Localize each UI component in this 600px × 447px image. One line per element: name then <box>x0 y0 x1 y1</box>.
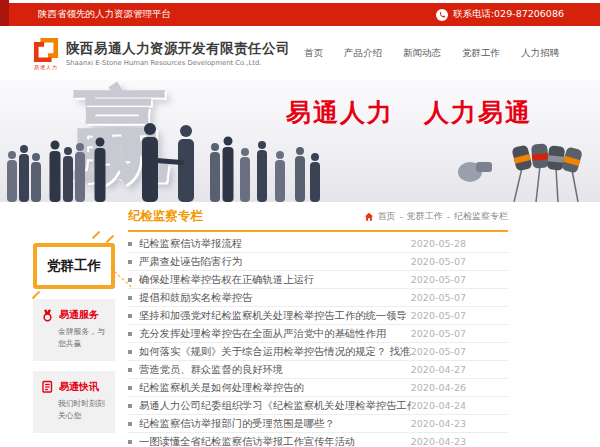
card-title: 易通快讯 <box>59 380 99 394</box>
news-item-title[interactable]: 易通人力公司纪委组织学习《纪检监察机关处理检举控告工作规则》 <box>139 399 411 413</box>
medal-icon <box>41 309 54 322</box>
news-item-title[interactable]: 坚持和加强党对纪检监察机关处理检举控告工作的统一领导 <box>139 309 411 323</box>
news-list-item: 如何落实《规则》关于综合运用检举控告情况的规定？ 找准工作结合点 推动... 2… <box>128 343 508 361</box>
news-item-title[interactable]: 纪检监察机关是如何处理检举控告的 <box>139 381 411 395</box>
banner-slogan-right: 人力易通 <box>424 96 532 129</box>
sidebar-card-service[interactable]: 易通服务 金牌服务，与您共赢 <box>33 299 115 361</box>
news-item-date: 2020-05-07 <box>411 310 508 321</box>
nav-item[interactable]: 新闻动态 <box>403 47 441 60</box>
news-item-date: 2020-05-07 <box>411 346 508 357</box>
decorative-slash <box>92 231 100 239</box>
sidebar-category-title: 党群工作 <box>33 243 115 289</box>
news-item-title[interactable]: 充分发挥处理检举控告在全面从严治党中的基础性作用 <box>139 327 411 341</box>
sidebar: 党群工作 易通服务 金牌服务，与您共赢 <box>33 243 115 433</box>
card-header: 易通服务 <box>41 308 109 322</box>
company-logo[interactable]: 易通人力 <box>33 37 59 70</box>
bullet-icon <box>128 242 132 246</box>
topbar-phone: 联系电话:029-87206086 <box>453 8 564 21</box>
news-item-date: 2020-04-26 <box>411 382 508 393</box>
bullet-icon <box>128 404 132 408</box>
news-item-date: 2020-05-07 <box>411 274 508 285</box>
phone-icon <box>436 9 448 21</box>
news-list-item: 纪检监察信访举报流程 2020-05-28 <box>128 235 508 253</box>
card-title: 易通服务 <box>59 308 99 322</box>
logo-mark-icon <box>33 37 59 63</box>
breadcrumb-current: 纪检监察专栏 <box>454 210 508 223</box>
news-list: 纪检监察信访举报流程 2020-05-28 严肃查处诬告陷害行为 2020-05… <box>128 235 508 447</box>
news-item-title[interactable]: 纪检监察信访举报流程 <box>139 237 411 251</box>
main-content: 纪检监察专栏 首页 - 党群工作 - 纪检监察专栏 纪检监察信访举报流程 202… <box>0 208 600 447</box>
news-item-date: 2020-05-07 <box>411 292 508 303</box>
company-name-en: Shaanxi E-Stone Human Resources Developm… <box>66 59 290 67</box>
news-list-item: 营造党员、群众监督的良好环境 2020-04-27 <box>128 361 508 379</box>
topbar: 陕西省领先的人力资源管理平台 联系电话:029-87206086 <box>0 3 600 26</box>
breadcrumb-home[interactable]: 首页 <box>378 210 396 223</box>
bullet-icon <box>128 386 132 390</box>
company-name-block: 陕西易通人力资源开发有限责任公司 Shaanxi E-Stone Human R… <box>66 40 290 67</box>
card-description: 金牌服务，与您共赢 <box>41 326 109 351</box>
news-item-title[interactable]: 提倡和鼓励实名检举控告 <box>139 291 411 305</box>
company-name-cn: 陕西易通人力资源开发有限责任公司 <box>66 40 290 58</box>
news-item-date: 2020-05-07 <box>411 328 508 339</box>
news-item-date: 2020-05-07 <box>411 256 508 267</box>
bullet-icon <box>128 368 132 372</box>
bullet-icon <box>128 332 132 336</box>
main-nav: 首页 产品介绍 新闻动态 党群工作 人力招聘 <box>304 47 559 60</box>
banner-slogan-left: 易通人力 <box>286 96 394 129</box>
nav-item[interactable]: 党群工作 <box>462 47 500 60</box>
decorative-slash <box>106 235 114 243</box>
news-item-date: 2020-04-24 <box>411 400 508 411</box>
news-item-title[interactable]: 如何落实《规则》关于综合运用检举控告情况的规定？ 找准工作结合点 推动... <box>139 345 411 359</box>
news-item-title[interactable]: 确保处理检举控告权在正确轨道上运行 <box>139 273 411 287</box>
sidebar-category-label: 党群工作 <box>47 257 101 275</box>
news-item-title[interactable]: 营造党员、群众监督的良好环境 <box>139 363 411 377</box>
home-icon[interactable] <box>364 212 374 222</box>
news-item-date: 2020-04-27 <box>411 364 508 375</box>
site-header: 易通人力 陕西易通人力资源开发有限责任公司 Shaanxi E-Stone Hu… <box>0 26 600 80</box>
hero-banner: 赢 易通人力 人力易通 <box>0 80 600 202</box>
news-list-item: 纪检监察机关是如何处理检举控告的 2020-04-26 <box>128 379 508 397</box>
breadcrumb-separator: - <box>447 212 450 222</box>
news-list-item: 易通人力公司纪委组织学习《纪检监察机关处理检举控告工作规则》 2020-04-2… <box>128 397 508 415</box>
topbar-tagline: 陕西省领先的人力资源管理平台 <box>38 8 171 21</box>
news-item-date: 2020-04-23 <box>411 418 508 429</box>
page-title: 纪检监察专栏 <box>128 208 203 225</box>
bullet-icon <box>128 422 132 426</box>
news-list-item: 一图读懂全省纪检监察信访举报工作宣传年活动 2020-04-23 <box>128 433 508 447</box>
news-list-item: 确保处理检举控告权在正确轨道上运行 2020-05-07 <box>128 271 508 289</box>
nav-item[interactable]: 产品介绍 <box>344 47 382 60</box>
news-item-date: 2020-04-23 <box>411 436 508 447</box>
news-item-title[interactable]: 纪检监察信访举报部门的受理范围是哪些？ <box>139 417 411 431</box>
breadcrumb-separator: - <box>400 212 403 222</box>
news-list-item: 纪检监察信访举报部门的受理范围是哪些？ 2020-04-23 <box>128 415 508 433</box>
banner-people-illustration <box>0 107 330 202</box>
topbar-contact: 联系电话:029-87206086 <box>436 8 564 21</box>
card-description: 我们时时刻刻关心您 <box>41 398 109 423</box>
news-list-item: 坚持和加强党对纪检监察机关处理检举控告工作的统一领导 2020-05-07 <box>128 307 508 325</box>
section-header: 纪检监察专栏 首页 - 党群工作 - 纪检监察专栏 <box>128 208 508 232</box>
nav-item[interactable]: 首页 <box>304 47 323 60</box>
breadcrumb-party-work[interactable]: 党群工作 <box>407 210 443 223</box>
banner-slogan: 易通人力 人力易通 <box>286 96 532 129</box>
card-header: 易通快讯 <box>41 380 109 394</box>
bullet-icon <box>128 350 132 354</box>
news-list-item: 严肃查处诬告陷害行为 2020-05-07 <box>128 253 508 271</box>
bullet-icon <box>128 260 132 264</box>
logo-subtext: 易通人力 <box>34 64 58 70</box>
news-icon <box>41 380 54 393</box>
decorative-slash <box>32 291 40 299</box>
bullet-icon <box>128 296 132 300</box>
news-list-item: 充分发挥处理检举控告在全面从严治党中的基础性作用 2020-05-07 <box>128 325 508 343</box>
news-item-title[interactable]: 严肃查处诬告陷害行为 <box>139 255 411 269</box>
news-item-date: 2020-05-28 <box>411 238 508 249</box>
bullet-icon <box>128 278 132 282</box>
news-list-item: 提倡和鼓励实名检举控告 2020-05-07 <box>128 289 508 307</box>
nav-item[interactable]: 人力招聘 <box>521 47 559 60</box>
bullet-icon <box>128 440 132 444</box>
breadcrumb: 首页 - 党群工作 - 纪检监察专栏 <box>364 210 509 223</box>
banner-mics-illustration <box>456 130 586 202</box>
news-item-title[interactable]: 一图读懂全省纪检监察信访举报工作宣传年活动 <box>139 435 411 447</box>
bullet-icon <box>128 314 132 318</box>
sidebar-card-express[interactable]: 易通快讯 我们时时刻刻关心您 <box>33 371 115 433</box>
